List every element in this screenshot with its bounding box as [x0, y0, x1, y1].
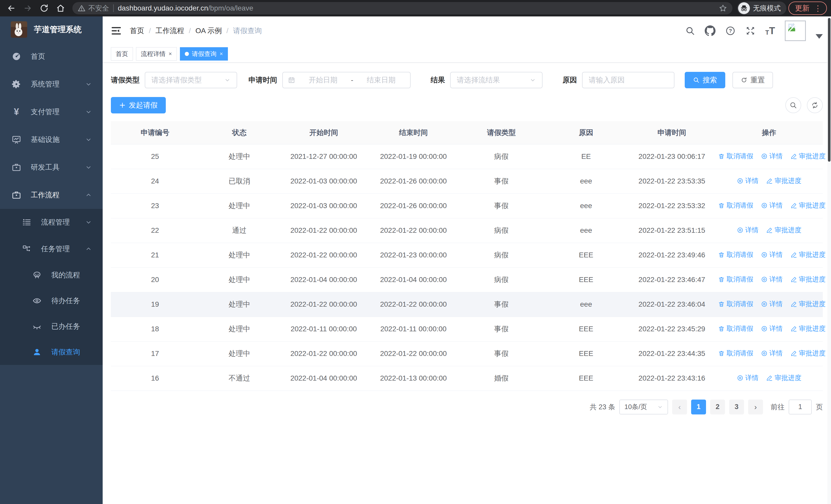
close-icon[interactable]: ×: [169, 51, 172, 57]
url-bar[interactable]: 不安全 dashboard.yudao.iocoder.cn/bpm/oa/le…: [73, 2, 733, 14]
sidebar-item-process-mgmt[interactable]: 流程管理: [0, 209, 103, 236]
header-search-button[interactable]: [685, 26, 695, 36]
font-size-button[interactable]: TT: [765, 26, 775, 36]
trash-icon: [718, 325, 725, 332]
approval-progress-link[interactable]: 审批进度: [791, 250, 826, 259]
page-button-1[interactable]: 1: [691, 399, 706, 414]
refresh-table-button[interactable]: [807, 97, 823, 113]
url-text[interactable]: dashboard.yudao.iocoder.cn/bpm/oa/leave: [118, 4, 719, 12]
sidebar-item-workflow[interactable]: 工作流程: [0, 181, 103, 209]
reload-button[interactable]: [37, 1, 51, 16]
result-select[interactable]: 请选择流结果: [450, 72, 543, 88]
date-start-placeholder[interactable]: 开始日期: [299, 75, 347, 85]
scrollbar-track[interactable]: [827, 17, 831, 504]
detail-link[interactable]: 详情: [761, 201, 783, 210]
sidebar-item-system[interactable]: 系统管理: [0, 70, 103, 98]
browser-update-button[interactable]: 更新 ⋮: [789, 2, 827, 15]
sidebar-item-infrastructure[interactable]: 基础设施: [0, 126, 103, 153]
cell-start-time: 2022-01-04 00:00:00: [280, 366, 368, 391]
sidebar-item-label: 我的流程: [51, 270, 92, 280]
page-button-3[interactable]: 3: [729, 399, 744, 414]
cell-reason: EEE: [544, 341, 629, 366]
sidebar-item-leave-query[interactable]: 请假查询: [0, 339, 103, 365]
sidebar-item-payment[interactable]: ¥ 支付管理: [0, 98, 103, 126]
bookmark-star-icon[interactable]: [719, 4, 727, 12]
cancel-leave-link[interactable]: 取消请假: [718, 299, 753, 308]
page-button-2[interactable]: 2: [710, 399, 725, 414]
security-indicator[interactable]: 不安全: [78, 4, 109, 13]
trash-icon: [718, 202, 725, 209]
approval-progress-link[interactable]: 审批进度: [766, 374, 801, 382]
sidebar-item-home[interactable]: 首页: [0, 42, 103, 70]
detail-link[interactable]: 详情: [737, 176, 758, 185]
cancel-leave-link[interactable]: 取消请假: [718, 250, 753, 259]
show-search-toggle-button[interactable]: [785, 97, 801, 113]
incognito-label: 无痕模式: [753, 4, 781, 13]
back-button[interactable]: [4, 1, 19, 16]
github-link[interactable]: [705, 25, 716, 36]
detail-link[interactable]: 详情: [761, 275, 783, 284]
cancel-leave-link[interactable]: 取消请假: [718, 349, 753, 358]
detail-link[interactable]: 详情: [761, 349, 783, 358]
leave-type-select[interactable]: 请选择请假类型: [145, 72, 237, 88]
cell-apply-id: 16: [111, 366, 199, 391]
sidebar-item-devtools[interactable]: 研发工具: [0, 153, 103, 181]
scrollbar-thumb[interactable]: [828, 18, 830, 162]
date-end-placeholder[interactable]: 结束日期: [357, 75, 405, 85]
detail-link[interactable]: 详情: [737, 226, 758, 235]
sidebar-item-my-process[interactable]: 我的流程: [0, 262, 103, 288]
close-icon[interactable]: ×: [220, 51, 223, 57]
table-body: 25处理中2021-12-27 00:00:002022-01-19 00:00…: [111, 144, 823, 391]
cancel-leave-link[interactable]: 取消请假: [718, 275, 753, 284]
approval-progress-link[interactable]: 审批进度: [791, 201, 826, 210]
sidebar-item-todo-tasks[interactable]: 待办任务: [0, 288, 103, 314]
app-logo-row[interactable]: 芋道管理系统: [0, 17, 103, 42]
search-button[interactable]: 搜索: [685, 72, 725, 88]
detail-link[interactable]: 详情: [761, 250, 783, 259]
sidebar-collapse-button[interactable]: [111, 25, 122, 36]
cancel-leave-link[interactable]: 取消请假: [718, 201, 753, 210]
tab-首页[interactable]: 首页: [111, 47, 133, 61]
detail-link[interactable]: 详情: [761, 152, 783, 161]
detail-link[interactable]: 详情: [761, 299, 783, 308]
breadcrumb: 首页 / 工作流程 / OA 示例 / 请假查询: [130, 26, 262, 36]
home-button[interactable]: [53, 1, 68, 16]
fullscreen-button[interactable]: [745, 26, 755, 36]
sidebar-item-done-tasks[interactable]: 已办任务: [0, 314, 103, 339]
cell-end-time: 2022-01-26 00:00:00: [368, 194, 459, 218]
avatar[interactable]: [785, 21, 806, 41]
next-page-button[interactable]: ›: [748, 399, 763, 414]
sidebar-item-task-mgmt[interactable]: 任务管理: [0, 236, 103, 262]
forward-button[interactable]: [21, 1, 35, 16]
approval-progress-link[interactable]: 审批进度: [791, 275, 826, 284]
page-size-select[interactable]: 10条/页: [619, 399, 668, 414]
goto-page-input[interactable]: [789, 399, 812, 414]
breadcrumb-home[interactable]: 首页: [130, 26, 144, 36]
cell-status: 处理中: [199, 292, 280, 317]
breadcrumb-workflow[interactable]: 工作流程: [155, 26, 184, 36]
prev-page-button[interactable]: ‹: [672, 399, 687, 414]
approval-progress-link[interactable]: 审批进度: [766, 176, 801, 185]
approval-progress-link[interactable]: 审批进度: [791, 152, 826, 161]
cancel-leave-link[interactable]: 取消请假: [718, 152, 753, 161]
avatar-dropdown-caret[interactable]: [815, 34, 823, 39]
tab-请假查询[interactable]: 请假查询×: [180, 47, 228, 61]
approval-progress-link[interactable]: 审批进度: [791, 324, 826, 333]
apply-time-range-picker[interactable]: 开始日期 - 结束日期: [282, 72, 411, 88]
approval-progress-link[interactable]: 审批进度: [791, 349, 826, 358]
approval-progress-link[interactable]: 审批进度: [766, 226, 801, 235]
breadcrumb-current: 请假查询: [233, 26, 262, 36]
reason-input[interactable]: 请输入原因: [582, 72, 675, 88]
detail-link[interactable]: 详情: [737, 374, 758, 382]
breadcrumb-oa[interactable]: OA 示例: [196, 26, 222, 36]
browser-menu-icon[interactable]: ⋮: [814, 6, 822, 10]
page-suffix: 页: [816, 403, 823, 412]
approval-progress-link[interactable]: 审批进度: [791, 299, 826, 308]
tab-流程详情[interactable]: 流程详情×: [136, 47, 177, 61]
reset-button[interactable]: 重置: [733, 72, 773, 88]
create-leave-button[interactable]: 发起请假: [111, 97, 166, 113]
help-button[interactable]: ?: [725, 26, 736, 36]
cell-apply-time: 2022-01-23 00:06:17: [629, 144, 715, 169]
detail-link[interactable]: 详情: [761, 324, 783, 333]
cancel-leave-link[interactable]: 取消请假: [718, 324, 753, 333]
